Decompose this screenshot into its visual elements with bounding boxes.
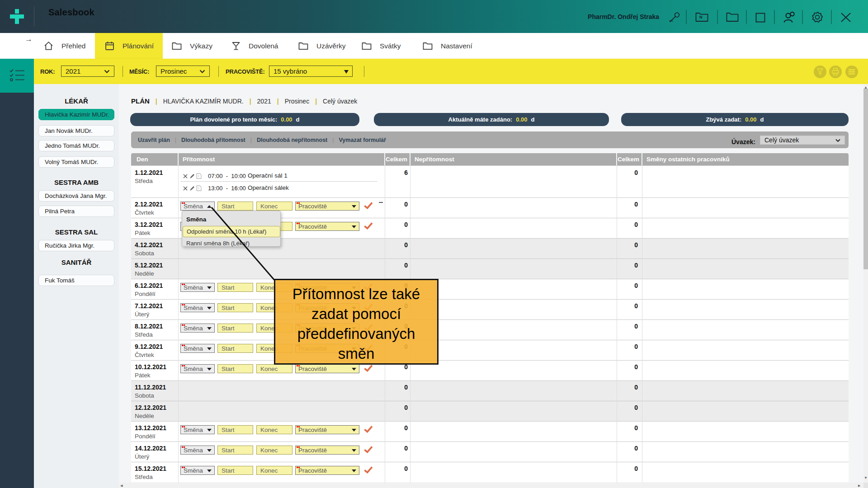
svg-text:N: N bbox=[699, 15, 703, 19]
